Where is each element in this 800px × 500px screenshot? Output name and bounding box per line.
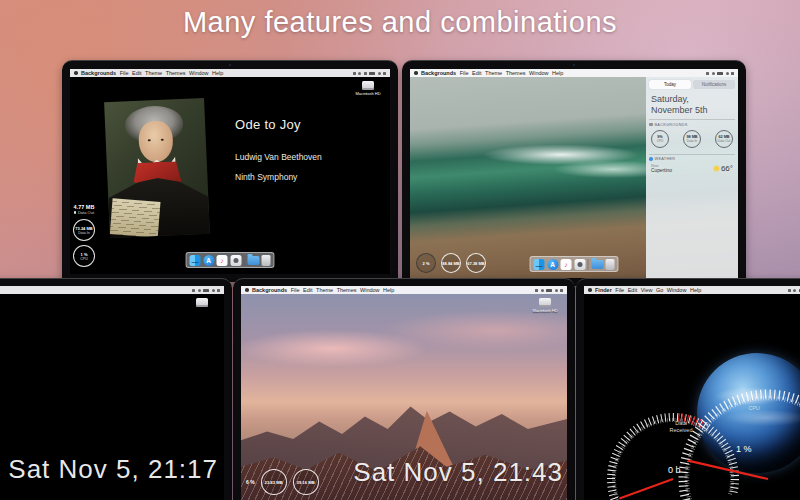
itunes-icon[interactable]: ♪ bbox=[217, 255, 228, 266]
menu-app-name[interactable]: Finder bbox=[595, 287, 612, 293]
menu-item-window[interactable]: Window bbox=[189, 70, 209, 76]
wifi-icon[interactable] bbox=[541, 289, 544, 292]
tab-notifications[interactable]: Notifications bbox=[693, 80, 735, 89]
folder-icon[interactable] bbox=[591, 260, 603, 269]
apple-icon[interactable] bbox=[588, 288, 592, 292]
notification-center-icon[interactable] bbox=[383, 72, 386, 75]
wifi-icon[interactable] bbox=[793, 289, 796, 292]
clock-overlay: Sat Nov 5, 21:43 bbox=[353, 457, 563, 488]
volume-icon[interactable] bbox=[364, 72, 367, 75]
menu-item-go[interactable]: Go bbox=[656, 287, 663, 293]
menu-status-icons[interactable] bbox=[706, 72, 734, 75]
cpu-value: 6 % bbox=[246, 479, 255, 485]
spotlight-icon[interactable] bbox=[378, 72, 381, 75]
trash-icon[interactable] bbox=[606, 259, 615, 270]
weather-section-label: WEATHER bbox=[655, 157, 676, 161]
battery-icon[interactable] bbox=[203, 289, 209, 292]
spotlight-icon[interactable] bbox=[212, 289, 215, 292]
menu-status-icons[interactable] bbox=[535, 289, 563, 292]
menu-item-edit[interactable]: Edit bbox=[472, 70, 481, 76]
apple-icon[interactable] bbox=[74, 71, 78, 75]
macintosh-hd-icon[interactable]: Macintosh HD bbox=[528, 298, 562, 313]
appstore-icon[interactable]: A bbox=[547, 259, 558, 270]
finder-icon[interactable] bbox=[534, 259, 545, 270]
menu-item-help[interactable]: Help bbox=[212, 70, 223, 76]
bluetooth-icon[interactable] bbox=[192, 289, 195, 292]
bluetooth-icon[interactable] bbox=[706, 72, 709, 75]
menu-item-file[interactable]: File bbox=[291, 287, 300, 293]
folder-icon[interactable] bbox=[247, 256, 259, 265]
macintosh-hd-icon[interactable]: Macintosh HD bbox=[351, 81, 385, 96]
appstore-icon[interactable]: A bbox=[203, 255, 214, 266]
notification-center-icon[interactable] bbox=[560, 289, 563, 292]
menu-item-help[interactable]: Help bbox=[383, 287, 394, 293]
data-out-ring-gauge: 62 MB Data Out bbox=[715, 130, 733, 148]
tab-today[interactable]: Today bbox=[649, 80, 691, 89]
space-gauges-screen: Finder File Edit View Go Window Help bbox=[584, 286, 800, 500]
notification-center-icon[interactable] bbox=[731, 72, 734, 75]
page-title: Many features and combinations bbox=[0, 6, 800, 39]
data-in-ring-gauge: 98 MB Data In bbox=[683, 130, 701, 148]
app-icon[interactable] bbox=[574, 259, 585, 270]
bluetooth-icon[interactable] bbox=[788, 289, 791, 292]
data-out-label: Data Out bbox=[78, 210, 94, 215]
data-value: 39.16 MB bbox=[297, 480, 315, 485]
macintosh-hd-icon[interactable] bbox=[185, 298, 219, 307]
menu-item-themes[interactable]: Themes bbox=[506, 70, 526, 76]
bluetooth-icon[interactable] bbox=[353, 72, 356, 75]
menu-status-icons[interactable] bbox=[192, 289, 220, 292]
laptop-beethoven: Backgrounds File Edit Theme Themes Windo… bbox=[62, 60, 398, 282]
itunes-icon[interactable]: ♪ bbox=[561, 259, 572, 270]
disk-drive-icon bbox=[362, 81, 374, 90]
menu-bar: Backgrounds File Edit Theme Themes Windo… bbox=[70, 69, 390, 77]
system-counters: 6 % 23.83 MB 39.16 MB bbox=[246, 469, 319, 495]
data-in-label: Data In bbox=[687, 139, 697, 143]
backgrounds-widget-header[interactable]: BACKGROUNDS bbox=[649, 119, 735, 127]
menu-item-theme[interactable]: Theme bbox=[145, 70, 162, 76]
wifi-icon[interactable] bbox=[358, 72, 361, 75]
menu-item-theme[interactable]: Theme bbox=[316, 287, 333, 293]
battery-icon[interactable] bbox=[546, 289, 552, 292]
weather-temp: 66° bbox=[721, 164, 733, 173]
menu-item-themes[interactable]: Themes bbox=[166, 70, 186, 76]
wifi-icon[interactable] bbox=[198, 289, 201, 292]
menu-item-view[interactable]: View bbox=[641, 287, 653, 293]
dock-separator bbox=[588, 259, 589, 270]
menu-item-file[interactable]: File bbox=[460, 70, 469, 76]
wifi-icon[interactable] bbox=[712, 72, 715, 75]
menu-app-name[interactable]: Backgrounds bbox=[252, 287, 287, 293]
disk-drive-icon bbox=[539, 298, 551, 307]
menu-item-window[interactable]: Window bbox=[667, 287, 687, 293]
trash-icon[interactable] bbox=[262, 255, 271, 266]
menu-item-themes[interactable]: Themes bbox=[337, 287, 357, 293]
menu-item-window[interactable]: Window bbox=[529, 70, 549, 76]
notification-center-icon[interactable] bbox=[217, 289, 220, 292]
menu-app-name[interactable]: Backgrounds bbox=[421, 70, 456, 76]
spotlight-icon[interactable] bbox=[726, 72, 729, 75]
spotlight-icon[interactable] bbox=[555, 289, 558, 292]
battery-icon[interactable] bbox=[369, 72, 375, 75]
menu-item-file[interactable]: File bbox=[120, 70, 129, 76]
app-icon[interactable] bbox=[230, 255, 241, 266]
bluetooth-icon[interactable] bbox=[535, 289, 538, 292]
menu-item-help[interactable]: Help bbox=[552, 70, 563, 76]
apple-icon[interactable] bbox=[245, 288, 249, 292]
battery-icon[interactable] bbox=[717, 72, 723, 75]
menu-item-edit[interactable]: Edit bbox=[132, 70, 141, 76]
menu-app-name[interactable]: Backgrounds bbox=[81, 70, 116, 76]
data-value: 23.83 MB bbox=[265, 480, 283, 485]
backgrounds-widget-gauges: 9% CPU 98 MB Data In 62 MB Data Out bbox=[649, 127, 735, 152]
menu-item-edit[interactable]: Edit bbox=[628, 287, 637, 293]
weather-widget-header[interactable]: WEATHER bbox=[649, 154, 735, 162]
disk-label: Macintosh HD bbox=[351, 91, 385, 96]
menu-status-icons[interactable] bbox=[353, 72, 387, 75]
apple-icon[interactable] bbox=[414, 71, 418, 75]
menu-status-icons[interactable] bbox=[788, 289, 800, 292]
menu-item-help[interactable]: Help bbox=[690, 287, 701, 293]
menu-item-file[interactable]: File bbox=[615, 287, 624, 293]
menu-item-window[interactable]: Window bbox=[360, 287, 380, 293]
menu-item-edit[interactable]: Edit bbox=[303, 287, 312, 293]
menu-item-theme[interactable]: Theme bbox=[485, 70, 502, 76]
weather-widget-icon bbox=[649, 157, 653, 161]
finder-icon[interactable] bbox=[190, 255, 201, 266]
